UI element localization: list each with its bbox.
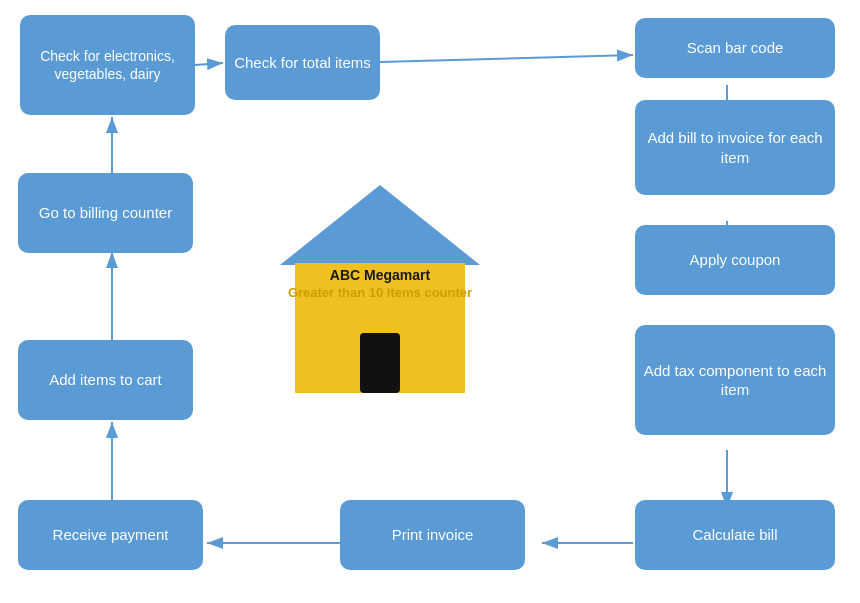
add-items-node: Add items to cart <box>18 340 193 420</box>
svg-rect-14 <box>360 333 400 393</box>
apply-coupon-node: Apply coupon <box>635 225 835 295</box>
add-tax-node: Add tax component to each item <box>635 325 835 435</box>
add-bill-node: Add bill to invoice for each item <box>635 100 835 195</box>
svg-line-2 <box>380 55 633 62</box>
print-invoice-node: Print invoice <box>340 500 525 570</box>
receive-payment-node: Receive payment <box>18 500 203 570</box>
flowchart: Check for electronics, vegetables, dairy… <box>0 0 860 603</box>
go-billing-node: Go to billing counter <box>18 173 193 253</box>
calculate-bill-node: Calculate bill <box>635 500 835 570</box>
house-svg <box>270 175 490 405</box>
check-electronics-node: Check for electronics, vegetables, dairy <box>20 15 195 115</box>
svg-marker-12 <box>280 185 480 265</box>
house-illustration: ABC Megamart Greater than 10 items count… <box>270 175 490 395</box>
scan-barcode-node: Scan bar code <box>635 18 835 78</box>
svg-line-1 <box>195 63 223 65</box>
check-total-node: Check for total items <box>225 25 380 100</box>
